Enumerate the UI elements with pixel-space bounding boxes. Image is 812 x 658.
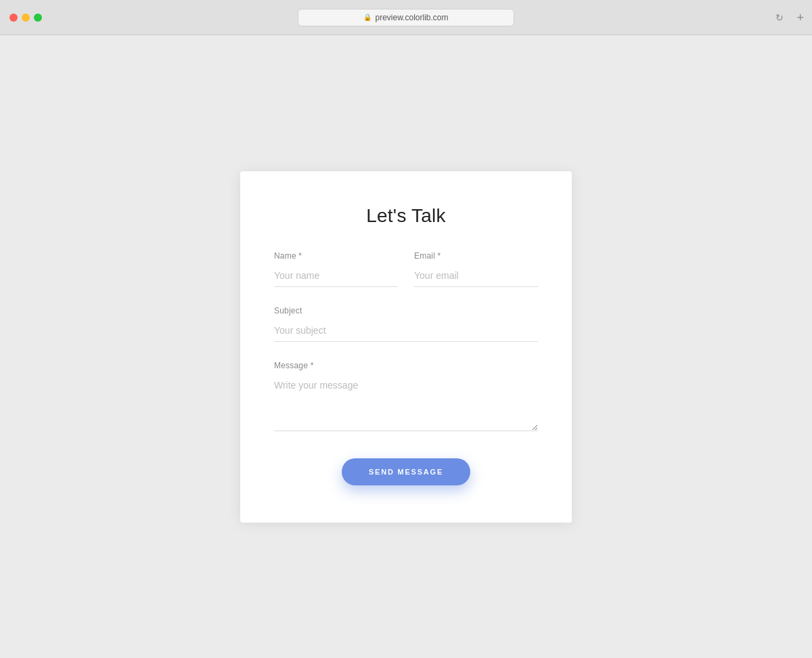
- form-title: Let's Talk: [274, 205, 538, 227]
- subject-input[interactable]: [274, 322, 538, 342]
- email-group: Email *: [414, 251, 538, 287]
- page-content: Let's Talk Name * Email * Subject Messag…: [0, 35, 812, 658]
- contact-form-card: Let's Talk Name * Email * Subject Messag…: [240, 171, 572, 523]
- name-input[interactable]: [274, 267, 398, 287]
- browser-chrome: 🔒 preview.colorlib.com ↻ +: [0, 0, 812, 35]
- subject-label: Subject: [274, 306, 538, 315]
- message-label: Message *: [274, 361, 538, 370]
- send-button-wrapper: SEND MESSAGE: [274, 458, 538, 485]
- minimize-button[interactable]: [22, 14, 30, 22]
- lock-icon: 🔒: [363, 14, 371, 21]
- message-group: Message *: [274, 361, 538, 431]
- name-group: Name *: [274, 251, 398, 287]
- name-email-row: Name * Email *: [274, 251, 538, 287]
- email-label: Email *: [414, 251, 538, 261]
- email-input[interactable]: [414, 267, 538, 287]
- url-text: preview.colorlib.com: [375, 13, 448, 22]
- name-label: Name *: [274, 251, 398, 261]
- new-tab-button[interactable]: +: [796, 12, 804, 24]
- maximize-button[interactable]: [34, 14, 42, 22]
- traffic-lights: [9, 14, 42, 22]
- reload-button[interactable]: ↻: [775, 12, 784, 23]
- message-textarea[interactable]: [274, 377, 538, 431]
- subject-group: Subject: [274, 306, 538, 342]
- address-bar[interactable]: 🔒 preview.colorlib.com: [298, 9, 514, 26]
- send-message-button[interactable]: SEND MESSAGE: [342, 458, 470, 485]
- close-button[interactable]: [9, 14, 18, 22]
